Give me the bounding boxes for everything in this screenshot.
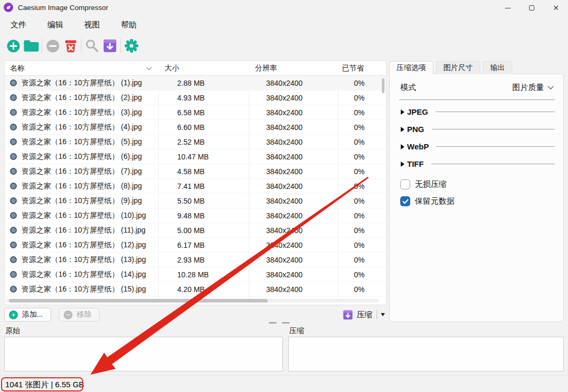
- divider: [377, 310, 377, 319]
- window-title: Caesium Image Compressor: [18, 4, 108, 12]
- add-files-button[interactable]: [4, 37, 22, 55]
- caret-down-icon[interactable]: [381, 313, 385, 316]
- checkbox[interactable]: [400, 179, 410, 189]
- chevron-down-icon: [547, 83, 553, 89]
- plus-circle-icon: +: [9, 310, 18, 319]
- table-row[interactable]: 资源之家（16：10方屏壁纸） (2).jpg 4.93 MB 3840x240…: [5, 91, 386, 105]
- file-icon: [10, 94, 17, 101]
- option-label: 无损压缩: [415, 179, 447, 189]
- remove-button[interactable]: − 移除: [59, 308, 99, 321]
- column-header-resolution[interactable]: 分辨率: [249, 64, 338, 73]
- table-row[interactable]: 资源之家（16：10方屏壁纸） (15).jpg 4.20 MB 3840x24…: [5, 282, 386, 297]
- table-row[interactable]: 资源之家（16：10方屏壁纸） (12).jpg 6.17 MB 3840x24…: [5, 238, 386, 253]
- compress-toolbar-button[interactable]: [101, 37, 119, 55]
- format-expander[interactable]: TIFF: [401, 155, 555, 173]
- preview-button[interactable]: [83, 37, 101, 55]
- option-checkbox-row[interactable]: 保留元数据: [400, 196, 563, 206]
- file-name-cell: 资源之家（16：10方屏壁纸） (15).jpg: [5, 285, 158, 294]
- side-panel-tab[interactable]: 压缩选项: [389, 61, 433, 74]
- maximize-button[interactable]: [520, 1, 544, 15]
- format-expander[interactable]: JPEG: [401, 103, 555, 120]
- table-body: 资源之家（16：10方屏壁纸） (1).jpg 2.88 MB 3840x240…: [5, 76, 386, 297]
- add-folder-button[interactable]: [22, 37, 40, 55]
- menu-item[interactable]: 帮助: [120, 18, 138, 32]
- file-resolution: 3840x2400: [249, 226, 338, 235]
- file-saved: 0%: [338, 79, 381, 87]
- app-logo-icon: [4, 3, 13, 12]
- splitter-grip[interactable]: [269, 322, 277, 324]
- file-saved: 0%: [338, 108, 381, 117]
- table-row[interactable]: 资源之家（16：10方屏壁纸） (14).jpg 10.28 MB 3840x2…: [5, 267, 386, 282]
- file-resolution: 3840x2400: [249, 197, 338, 205]
- file-size: 7.41 MB: [158, 182, 249, 190]
- file-resolution: 3840x2400: [249, 285, 338, 294]
- settings-button[interactable]: [123, 37, 140, 55]
- add-button[interactable]: + 添加...: [4, 308, 51, 321]
- compress-button[interactable]: 压缩: [343, 308, 385, 321]
- minus-circle-icon: [46, 39, 59, 53]
- file-saved: 0%: [338, 167, 381, 176]
- table-row[interactable]: 资源之家（16：10方屏壁纸） (5).jpg 2.52 MB 3840x240…: [5, 135, 386, 149]
- file-name-cell: 资源之家（16：10方屏壁纸） (6).jpg: [5, 152, 158, 162]
- table-row[interactable]: 资源之家（16：10方屏壁纸） (13).jpg 2.93 MB 3840x24…: [5, 253, 386, 267]
- column-header-saved[interactable]: 已节省: [338, 64, 381, 73]
- menu-item[interactable]: 视图: [83, 18, 101, 32]
- table-row[interactable]: 资源之家（16：10方屏壁纸） (8).jpg 7.41 MB 3840x240…: [5, 179, 386, 194]
- divider: [436, 146, 555, 147]
- file-icon: [10, 109, 17, 116]
- file-icon: [10, 242, 17, 248]
- file-size: 4.20 MB: [158, 285, 249, 294]
- file-saved: 0%: [338, 197, 381, 205]
- file-resolution: 3840x2400: [249, 108, 338, 117]
- file-saved: 0%: [338, 241, 381, 249]
- divider: [431, 164, 555, 164]
- file-name-cell: 资源之家（16：10方屏壁纸） (2).jpg: [5, 93, 158, 103]
- file-name-cell: 资源之家（16：10方屏壁纸） (7).jpg: [5, 167, 158, 176]
- file-name: 资源之家（16：10方屏壁纸） (4).jpg: [22, 123, 142, 132]
- checkbox[interactable]: [400, 196, 410, 206]
- table-row[interactable]: 资源之家（16：10方屏壁纸） (3).jpg 6.58 MB 3840x240…: [5, 105, 386, 120]
- format-expander[interactable]: WebP: [401, 138, 555, 155]
- table-row[interactable]: 资源之家（16：10方屏壁纸） (6).jpg 10.47 MB 3840x24…: [5, 149, 386, 164]
- format-label: WebP: [407, 142, 429, 151]
- file-icon: [10, 286, 17, 293]
- horizontal-scrollbar[interactable]: [9, 299, 268, 303]
- column-header-size[interactable]: 大小: [158, 64, 249, 73]
- table-row[interactable]: 资源之家（16：10方屏壁纸） (7).jpg 4.58 MB 3840x240…: [5, 164, 386, 179]
- file-name: 资源之家（16：10方屏壁纸） (15).jpg: [22, 285, 146, 294]
- file-icon: [10, 271, 17, 278]
- option-checkbox-row[interactable]: 无损压缩: [400, 179, 563, 189]
- table-row[interactable]: 资源之家（16：10方屏壁纸） (11).jpg 5.00 MB 3840x24…: [5, 223, 386, 238]
- file-name: 资源之家（16：10方屏壁纸） (8).jpg: [22, 182, 142, 191]
- file-resolution: 3840x2400: [249, 79, 338, 87]
- clear-list-button[interactable]: [62, 37, 79, 55]
- file-name-cell: 资源之家（16：10方屏壁纸） (3).jpg: [5, 108, 158, 117]
- menu-item[interactable]: 编辑: [46, 18, 64, 32]
- table-row[interactable]: 资源之家（16：10方屏壁纸） (4).jpg 6.60 MB 3840x240…: [5, 120, 386, 135]
- file-icon: [10, 153, 17, 160]
- file-size: 2.52 MB: [158, 138, 249, 146]
- mode-dropdown[interactable]: 图片质量: [512, 83, 553, 93]
- file-saved: 0%: [338, 226, 381, 235]
- splitter-grip[interactable]: [282, 322, 290, 324]
- menu-bar: 文件编辑视图帮助: [0, 16, 568, 34]
- file-name-cell: 资源之家（16：10方屏壁纸） (4).jpg: [5, 123, 158, 132]
- table-row[interactable]: 资源之家（16：10方屏壁纸） (1).jpg 2.88 MB 3840x240…: [5, 76, 386, 91]
- menu-item[interactable]: 文件: [9, 18, 27, 32]
- remove-file-button[interactable]: [44, 37, 62, 55]
- file-name-cell: 资源之家（16：10方屏壁纸） (9).jpg: [5, 196, 158, 206]
- column-header-name[interactable]: 名称: [5, 64, 158, 73]
- vertical-scrollbar[interactable]: [382, 78, 384, 93]
- table-row[interactable]: 资源之家（16：10方屏壁纸） (9).jpg 5.50 MB 3840x240…: [5, 194, 386, 208]
- close-button[interactable]: ✕: [544, 1, 568, 15]
- side-panel-tab[interactable]: 图片尺寸: [436, 61, 480, 74]
- mode-dropdown-value: 图片质量: [512, 83, 544, 93]
- table-row[interactable]: 资源之家（16：10方屏壁纸） (10).jpg 9.48 MB 3840x24…: [5, 208, 386, 223]
- format-expander[interactable]: PNG: [401, 120, 555, 138]
- side-panel-tab[interactable]: 输出: [483, 61, 512, 74]
- file-icon: [10, 124, 17, 130]
- file-saved: 0%: [338, 256, 381, 264]
- divider: [432, 129, 555, 129]
- expander-arrow-icon: [401, 144, 404, 149]
- minimize-button[interactable]: [495, 1, 520, 15]
